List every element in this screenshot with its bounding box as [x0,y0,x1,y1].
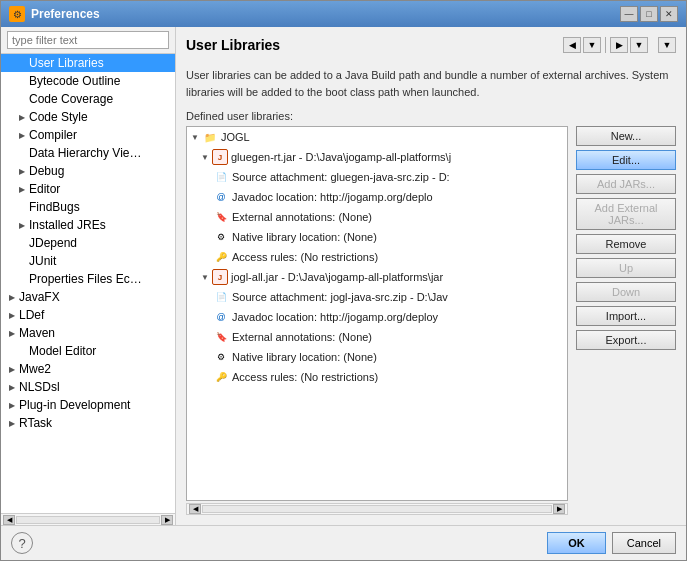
access2-label: Access rules: (No restrictions) [232,371,378,383]
javadoc-label: Javadoc location: http://jogamp.org/depl… [232,191,433,203]
panel-title: User Libraries [186,37,280,53]
tree-item-label: JUnit [29,254,56,268]
tree-item-compiler[interactable]: ▶ Compiler [1,126,175,144]
jar-icon: J [212,149,228,165]
source2-label: Source attachment: jogl-java-src.zip - D… [232,291,448,303]
jar2-icon: J [212,269,228,285]
lib-jogl-all-label: jogl-all.jar - D:\Java\jogamp-all-platfo… [231,271,443,283]
scrollbar-track[interactable] [16,516,160,524]
lib-item-source2[interactable]: 📄 Source attachment: jogl-java-src.zip -… [187,287,567,307]
expand-arrow-rtask: ▶ [9,419,17,428]
cancel-button[interactable]: Cancel [612,532,676,554]
nav-forward-button[interactable]: ▶ [610,37,628,53]
up-button[interactable]: Up [576,258,676,278]
tree-item-data-hierarchy[interactable]: Data Hierarchy Vie… [1,144,175,162]
minimize-button[interactable]: — [620,6,638,22]
help-button[interactable]: ? [11,532,33,554]
title-buttons: — □ ✕ [620,6,678,22]
lib-item-access2[interactable]: 🔑 Access rules: (No restrictions) [187,367,567,387]
tree-item-junit[interactable]: JUnit [1,252,175,270]
tree-item-bytecode-outline[interactable]: Bytecode Outline [1,72,175,90]
title-bar: ⚙ Preferences — □ ✕ [1,1,686,27]
remove-button[interactable]: Remove [576,234,676,254]
scrollbar-track2[interactable] [202,505,552,513]
expand-arrow-installed-jres: ▶ [19,221,27,230]
close-button[interactable]: ✕ [660,6,678,22]
expand-arrow-ldef: ▶ [9,311,17,320]
tree-item-mwe2[interactable]: ▶ Mwe2 [1,360,175,378]
tree-item-code-style[interactable]: ▶ Code Style [1,108,175,126]
edit-button[interactable]: Edit... [576,150,676,170]
tree-item-model-editor[interactable]: Model Editor [1,342,175,360]
tree-item-nlsdsl[interactable]: ▶ NLSDsl [1,378,175,396]
left-panel-scrollbar[interactable]: ◀ ▶ [1,513,175,525]
tree-item-debug[interactable]: ▶ Debug [1,162,175,180]
tree-item-label: Code Coverage [29,92,113,106]
import-button[interactable]: Import... [576,306,676,326]
lib-item-source1[interactable]: 📄 Source attachment: gluegen-java-src.zi… [187,167,567,187]
source-label: Source attachment: gluegen-java-src.zip … [232,171,450,183]
filter-input[interactable] [7,31,169,49]
nav-menu-button[interactable]: ▼ [658,37,676,53]
lib-item-access1[interactable]: 🔑 Access rules: (No restrictions) [187,247,567,267]
nav-back-dropdown[interactable]: ▼ [583,37,601,53]
action-buttons: New... Edit... Add JARs... Add External … [576,126,676,501]
scroll-left2-button[interactable]: ◀ [189,504,201,514]
lib-item-javadoc2[interactable]: @ Javadoc location: http://jogamp.org/de… [187,307,567,327]
access2-icon: 🔑 [213,369,229,385]
tree-item-label: Mwe2 [19,362,51,376]
filter-bar [1,27,175,54]
add-external-jars-button[interactable]: Add External JARs... [576,198,676,230]
tree-item-ldef[interactable]: ▶ LDef [1,306,175,324]
scroll-right2-button[interactable]: ▶ [553,504,565,514]
lib-item-javadoc1[interactable]: @ Javadoc location: http://jogamp.org/de… [187,187,567,207]
tree-item-javafx[interactable]: ▶ JavaFX [1,288,175,306]
down-button[interactable]: Down [576,282,676,302]
preferences-dialog: ⚙ Preferences — □ ✕ User Libraries Bytec… [0,0,687,561]
tree-item-label: JDepend [29,236,77,250]
tree-item-label: Installed JREs [29,218,106,232]
scroll-left-button[interactable]: ◀ [3,515,15,525]
lib-item-gluegen-jar[interactable]: ▼ J gluegen-rt.jar - D:\Java\jogamp-all-… [187,147,567,167]
bottom-bar: ? OK Cancel [1,525,686,560]
lib-item-jogl[interactable]: ▼ 📁 JOGL [187,127,567,147]
tree-item-maven[interactable]: ▶ Maven [1,324,175,342]
tree-item-rtask[interactable]: ▶ RTask [1,414,175,432]
nav-forward-dropdown[interactable]: ▼ [630,37,648,53]
lib-item-native1[interactable]: ⚙ Native library location: (None) [187,227,567,247]
lib-item-external1[interactable]: 🔖 External annotations: (None) [187,207,567,227]
add-jars-button[interactable]: Add JARs... [576,174,676,194]
left-panel: User Libraries Bytecode Outline Code Cov… [1,27,176,525]
tree-item-label: RTask [19,416,52,430]
expand-arrow-jogl-all: ▼ [201,273,209,282]
external2-label: External annotations: (None) [232,331,372,343]
tree-item-properties-files[interactable]: Properties Files Ec… [1,270,175,288]
tree-item-installed-jres[interactable]: ▶ Installed JREs [1,216,175,234]
tree-item-user-libraries[interactable]: User Libraries [1,54,175,72]
nav-back-button[interactable]: ◀ [563,37,581,53]
access-label: Access rules: (No restrictions) [232,251,378,263]
tree-item-editor[interactable]: ▶ Editor [1,180,175,198]
tree-item-findbugs[interactable]: FindBugs [1,198,175,216]
lib-item-external2[interactable]: 🔖 External annotations: (None) [187,327,567,347]
ok-button[interactable]: OK [547,532,606,554]
tree-item-label: Compiler [29,128,77,142]
lib-gluegen-label: gluegen-rt.jar - D:\Java\jogamp-all-plat… [231,151,451,163]
tree-item-code-coverage[interactable]: Code Coverage [1,90,175,108]
library-tree[interactable]: ▼ 📁 JOGL ▼ J gluegen-rt.jar - D:\Java\jo… [186,126,568,501]
tree-item-plugin-dev[interactable]: ▶ Plug-in Development [1,396,175,414]
access-icon: 🔑 [213,249,229,265]
dialog-content: User Libraries Bytecode Outline Code Cov… [1,27,686,525]
tree-item-label: Properties Files Ec… [29,272,142,286]
lib-tree-scrollbar[interactable]: ◀ ▶ [186,503,568,515]
scroll-right-button[interactable]: ▶ [161,515,173,525]
tree-item-jdepend[interactable]: JDepend [1,234,175,252]
new-button[interactable]: New... [576,126,676,146]
maximize-button[interactable]: □ [640,6,658,22]
export-button[interactable]: Export... [576,330,676,350]
expand-arrow-javafx: ▶ [9,293,17,302]
title-bar-left: ⚙ Preferences [9,6,100,22]
lib-item-jogl-all-jar[interactable]: ▼ J jogl-all.jar - D:\Java\jogamp-all-pl… [187,267,567,287]
javadoc2-icon: @ [213,309,229,325]
lib-item-native2[interactable]: ⚙ Native library location: (None) [187,347,567,367]
